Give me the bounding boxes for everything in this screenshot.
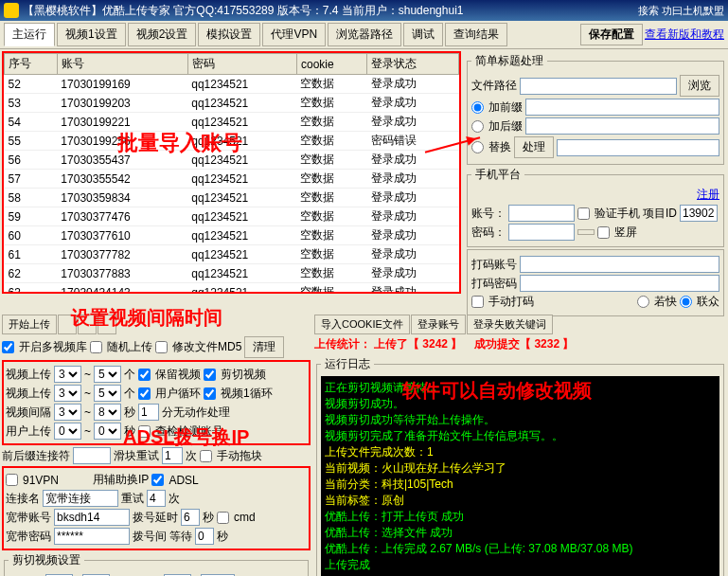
col-header[interactable]: 登录状态 xyxy=(367,54,459,75)
suffix-radio[interactable] xyxy=(471,120,484,133)
table-row[interactable]: 5817030359834qq1234521空数据登录成功 xyxy=(5,189,459,207)
91vpn-check[interactable] xyxy=(6,474,18,486)
window-titlebar: 【黑樱桃软件】优酷上传专家 官方QQ:417553289 版本号：7.4 当前用… xyxy=(0,0,728,21)
log-line: 当前视频：火山现在好上传么学习了 xyxy=(325,460,716,477)
table-row[interactable]: 5717030355542qq1234521空数据登录成功 xyxy=(5,170,459,189)
log-line: 当前标签：原创 xyxy=(325,493,716,509)
detect-check[interactable] xyxy=(138,425,151,438)
prefix-radio[interactable] xyxy=(471,101,484,114)
user-upload-to[interactable]: 0 xyxy=(94,423,121,440)
prefix-input[interactable] xyxy=(525,99,719,116)
interval-to[interactable]: 8 xyxy=(94,404,121,421)
adsl-check[interactable] xyxy=(151,474,164,486)
titlebar-right: 接索 功曰土机默盟 xyxy=(638,0,724,21)
table-row[interactable]: 5417030199221qq1234521空数据登录成功 xyxy=(5,113,459,132)
table-row[interactable]: 6117030377782qq1234521空数据登录成功 xyxy=(5,245,459,264)
connector-input[interactable] xyxy=(73,447,111,464)
manual-drag-check[interactable] xyxy=(200,450,212,462)
video1-loop-check[interactable] xyxy=(204,387,216,400)
subtab-start[interactable]: 开始上传 xyxy=(2,315,57,334)
tab-vpn[interactable]: 代理VPN xyxy=(262,23,326,46)
video-upload-from[interactable]: 3 xyxy=(54,366,81,383)
tab-browser[interactable]: 浏览器路径 xyxy=(328,23,401,46)
bb-account-input[interactable] xyxy=(54,509,130,526)
table-row[interactable]: 6217030377883qq1234521空数据登录成功 xyxy=(5,264,459,283)
tab-video2[interactable]: 视频2设置 xyxy=(128,23,197,46)
col-header[interactable]: 密码 xyxy=(187,54,296,75)
log-group: 运行日志 软件可以自动修改视频 正在剪切视频请等待...视频剪切成功。视频剪切成… xyxy=(316,356,724,576)
vertical-check[interactable] xyxy=(597,226,610,239)
subtab-failkw[interactable]: 登录失败关键词 xyxy=(467,315,553,334)
subtab-login[interactable]: 登录账号 xyxy=(411,315,466,334)
save-config-button[interactable]: 保存配置 xyxy=(580,24,643,45)
manual-dial-check[interactable] xyxy=(471,296,484,308)
cmd-check[interactable] xyxy=(217,512,229,524)
slider-retry-input[interactable] xyxy=(162,447,183,464)
table-row[interactable]: 5317030199203qq1234521空数据登录成功 xyxy=(5,94,459,113)
view-new-link[interactable]: 查看新版和教程 xyxy=(645,27,724,43)
video-upload2-to[interactable]: 5 xyxy=(94,385,121,402)
simple-title-legend: 简单标题处理 xyxy=(471,53,547,69)
upload-stats: 上传统计： 上传了【 3242 】 成功提交【 3232 】 xyxy=(314,336,726,352)
table-row[interactable]: 6017030377610qq1234521空数据登录成功 xyxy=(5,226,459,245)
subtab-3[interactable] xyxy=(78,315,97,334)
lianzhong-radio[interactable] xyxy=(680,296,692,308)
log-line: 优酷上传：打开上传页 成功 xyxy=(325,509,716,525)
dial-delay-input[interactable] xyxy=(181,509,200,526)
tab-main-run[interactable]: 主运行 xyxy=(4,23,55,46)
window-title: 【黑樱桃软件】优酷上传专家 官方QQ:417553289 版本号：7.4 当前用… xyxy=(23,0,463,21)
user-upload-from[interactable]: 0 xyxy=(54,423,81,440)
interval-from[interactable]: 3 xyxy=(54,404,81,421)
ruokuai-radio[interactable] xyxy=(637,296,649,308)
browse-button[interactable]: 浏览 xyxy=(680,75,719,97)
cut-video-check[interactable] xyxy=(204,369,216,381)
subtab-4[interactable] xyxy=(98,315,116,334)
dial-password-input[interactable] xyxy=(520,275,719,292)
tab-debug[interactable]: 调试 xyxy=(403,23,443,46)
mobile-account-input[interactable] xyxy=(508,205,575,222)
wait-input[interactable] xyxy=(195,528,214,545)
md5-check[interactable] xyxy=(155,341,168,353)
keep-video-check[interactable] xyxy=(138,369,151,381)
tab-query[interactable]: 查询结果 xyxy=(445,23,507,46)
verify-phone-check[interactable] xyxy=(577,207,590,220)
replace-input[interactable] xyxy=(557,139,719,156)
pwd-extra-button[interactable] xyxy=(577,229,595,235)
tab-sim[interactable]: 模拟设置 xyxy=(198,23,260,46)
suffix-input[interactable] xyxy=(525,117,719,135)
col-header[interactable]: 账号 xyxy=(57,54,187,75)
subtab-2[interactable] xyxy=(58,315,77,334)
subtab-cookie[interactable]: 导入COOKIE文件 xyxy=(314,315,410,334)
table-row[interactable]: 5217030199169qq1234521空数据登录成功 xyxy=(5,75,459,94)
retry-input[interactable] xyxy=(147,490,166,507)
multi-video-check[interactable] xyxy=(2,341,14,353)
col-header[interactable]: cookie xyxy=(296,54,366,75)
process-button[interactable]: 处理 xyxy=(514,136,554,158)
dial-account-input[interactable] xyxy=(520,256,719,273)
random-upload-check[interactable] xyxy=(90,341,102,353)
video-upload2-from[interactable]: 3 xyxy=(54,385,81,402)
col-header[interactable]: 序号 xyxy=(5,54,58,75)
register-link[interactable]: 注册 xyxy=(697,188,719,201)
bb-pwd-input[interactable] xyxy=(54,528,130,545)
noop-input[interactable] xyxy=(138,404,159,421)
user-loop-check[interactable] xyxy=(138,387,151,400)
log-line: 上传完成 xyxy=(325,557,716,573)
table-row[interactable]: 6317030434143qq1234521空数据登录成功 xyxy=(5,283,459,295)
project-id-input[interactable] xyxy=(680,205,718,222)
log-line: 视频剪切成功等待开始上传操作。 xyxy=(325,412,716,428)
log-line: 优酷上传：上传完成 2.67 MB/s (已上传: 37.08 MB/37.08… xyxy=(325,541,716,557)
table-row[interactable]: 5917030377476qq1234521空数据登录成功 xyxy=(5,207,459,226)
video-upload-to[interactable]: 5 xyxy=(94,366,121,383)
mobile-password-input[interactable] xyxy=(508,224,575,241)
file-path-input[interactable] xyxy=(520,78,677,95)
table-row[interactable]: 5617030355437qq1234521空数据登录成功 xyxy=(5,151,459,170)
table-row[interactable]: 5517030199256qq1234521空数据密码错误 xyxy=(5,132,459,151)
connection-input[interactable] xyxy=(43,490,118,507)
log-line: 正在剪切视频请等待... xyxy=(325,380,716,396)
accounts-table: 序号账号密码cookie登录状态 5217030199169qq1234521空… xyxy=(4,53,459,294)
mobile-legend: 手机平台 xyxy=(471,167,524,183)
tab-video1[interactable]: 视频1设置 xyxy=(57,23,126,46)
clear-button[interactable]: 清理 xyxy=(244,336,284,358)
log-console[interactable]: 正在剪切视频请等待...视频剪切成功。视频剪切成功等待开始上传操作。视频剪切完成… xyxy=(321,376,719,576)
